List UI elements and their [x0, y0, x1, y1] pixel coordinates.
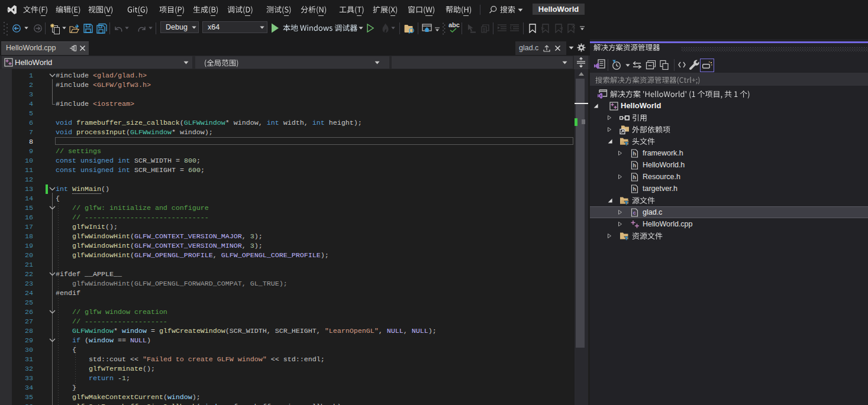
svg-text:h: h — [633, 174, 636, 180]
svg-text:h: h — [633, 151, 636, 157]
svg-text:h: h — [633, 186, 636, 192]
svg-text:c: c — [633, 210, 636, 216]
svg-text:h: h — [633, 163, 636, 169]
